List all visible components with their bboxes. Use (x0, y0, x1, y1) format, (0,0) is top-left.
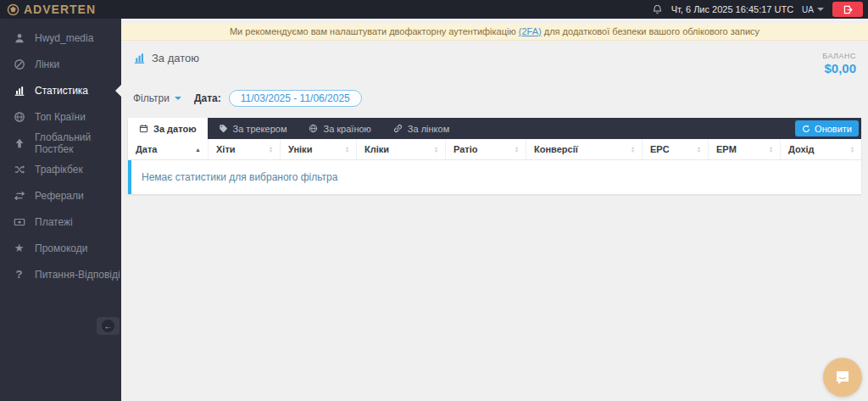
column-header-conversions[interactable]: Конверсії ▲▼ (526, 139, 643, 159)
stats-icon (13, 84, 25, 97)
tabbar: За датою За трекером За країною За лінко… (128, 118, 861, 139)
column-header-income[interactable]: Дохід ▲▼ (781, 139, 861, 159)
tab-label: За датою (153, 124, 197, 134)
filters-label: Фільтри (133, 92, 170, 104)
date-filter-label: Дата: (194, 92, 221, 104)
sidebar-item-referrals[interactable]: Реферали (0, 182, 121, 209)
sort-icon: ▲▼ (434, 146, 438, 153)
filters-toggle[interactable]: Фільтри (133, 92, 181, 104)
links-icon (13, 58, 25, 70)
column-header-date[interactable]: Дата ▲ (128, 139, 209, 159)
money-icon (13, 215, 25, 228)
sidebar-item-label: Питання-Відповіді (35, 269, 120, 281)
logout-icon (843, 4, 854, 15)
sidebar-item-label: Глобальний Постбек (35, 131, 121, 155)
column-header-epc[interactable]: EPC ▲▼ (643, 139, 709, 159)
column-header-uniques[interactable]: Уніки ▲▼ (281, 139, 357, 159)
refresh-icon (802, 125, 810, 133)
arrow-left-icon: ← (102, 320, 114, 332)
balance-label: БАЛАНС (822, 52, 856, 60)
sort-icon: ▲▼ (631, 146, 635, 153)
tab-label: За лінком (408, 124, 449, 134)
sort-icon: ▲▼ (850, 146, 854, 153)
sidebar: Hwyd_media Лінки Статистика Топ Країни (0, 19, 121, 401)
table-header-row: Дата ▲ Хіти ▲▼ Уніки ▲▼ Кліки ▲▼ Ратіо ▲… (128, 139, 861, 160)
sidebar-item-label: Hwyd_media (35, 32, 93, 44)
notifications-bell-icon[interactable] (652, 4, 663, 15)
banner-text-before: Ми рекомендуємо вам налаштувати двофакто… (230, 26, 516, 36)
sort-ascending-icon: ▲ (195, 147, 201, 153)
sidebar-item-trafficback[interactable]: Трафікбек (0, 156, 121, 182)
exchange-icon (13, 189, 25, 202)
user-icon (13, 31, 25, 44)
star-icon: ★ (13, 242, 25, 254)
sidebar-item-faq[interactable]: ? Питання-Відповіді (0, 261, 121, 287)
2fa-banner: Ми рекомендуємо вам налаштувати двофакто… (121, 23, 868, 41)
date-range-picker[interactable]: 11/03/2025 - 11/06/2025 (229, 90, 362, 107)
balance-value[interactable]: $0,00 (822, 61, 856, 75)
brand[interactable]: ADVERTEN (7, 3, 96, 16)
column-header-hits[interactable]: Хіти ▲▼ (209, 139, 281, 159)
sidebar-item-top-countries[interactable]: Топ Країни (0, 103, 121, 130)
sidebar-item-label: Топ Країни (35, 111, 86, 123)
sort-icon: ▲▼ (269, 146, 273, 153)
chevron-down-icon (817, 8, 824, 11)
sort-icon: ▲▼ (515, 146, 519, 153)
tab-by-link[interactable]: За лінком (382, 118, 460, 139)
balance: БАЛАНС $0,00 (822, 52, 856, 75)
tab-by-country[interactable]: За країною (298, 118, 381, 139)
tab-label: За трекером (233, 124, 287, 134)
sort-icon: ▲▼ (769, 146, 773, 153)
chat-bubble-icon (834, 369, 851, 386)
column-header-clicks[interactable]: Кліки ▲▼ (357, 139, 446, 159)
brand-logo-icon (7, 3, 19, 16)
refresh-button[interactable]: Оновити (795, 120, 859, 136)
empty-state-message: Немає статистики для вибраного фільтра (128, 160, 861, 194)
language-code: UA (802, 5, 814, 14)
column-header-epm[interactable]: EPM ▲▼ (709, 139, 781, 159)
sidebar-item-statistics[interactable]: Статистика (0, 77, 121, 103)
tab-label: За країною (323, 124, 370, 134)
tag-icon (219, 124, 228, 133)
datetime-display: Чт, 6 Лис 2025 16:45:17 UTC (671, 4, 793, 14)
tab-by-date[interactable]: За датою (128, 118, 208, 139)
chevron-down-icon (175, 97, 181, 100)
sidebar-item-global-postback[interactable]: Глобальний Постбек (0, 130, 121, 156)
page-title: За датою (133, 52, 199, 64)
chart-icon (133, 52, 146, 64)
sidebar-item-payments[interactable]: Платежі (0, 209, 121, 235)
sidebar-item-label: Статистика (35, 85, 88, 97)
sidebar-item-label: Лінки (35, 58, 59, 70)
2fa-link[interactable]: (2FA) (519, 26, 542, 36)
column-header-ratio[interactable]: Ратіо ▲▼ (446, 139, 526, 159)
shuffle-icon (13, 163, 25, 175)
calendar-icon (139, 124, 148, 133)
topbar: ADVERTEN Чт, 6 Лис 2025 16:45:17 UTC UA (0, 0, 868, 19)
globe-icon (13, 110, 25, 123)
tab-by-tracker[interactable]: За трекером (208, 118, 298, 139)
active-item-notch (115, 85, 121, 97)
refresh-label: Оновити (815, 124, 852, 134)
arrow-up-icon (13, 136, 25, 149)
statistics-card: За датою За трекером За країною За лінко… (128, 118, 861, 194)
main-content: Ми рекомендуємо вам налаштувати двофакто… (121, 19, 868, 401)
sidebar-item-label: Реферали (35, 190, 84, 202)
link-icon (393, 124, 403, 133)
sidebar-item-promocodes[interactable]: ★ Промокоди (0, 235, 121, 261)
sidebar-item-label: Промокоди (35, 242, 87, 254)
sidebar-collapse-button[interactable]: ← (97, 317, 120, 335)
sidebar-item-label: Платежі (35, 216, 73, 228)
chat-widget-button[interactable] (823, 358, 862, 397)
language-selector[interactable]: UA (802, 5, 824, 14)
question-icon: ? (13, 268, 25, 281)
page-title-text: За датою (152, 52, 199, 64)
logout-button[interactable] (832, 2, 863, 17)
banner-text-after: для додаткової безпеки вашого облікового… (544, 26, 760, 36)
brand-name: ADVERTEN (24, 3, 96, 16)
sidebar-item-links[interactable]: Лінки (0, 51, 121, 77)
sort-icon: ▲▼ (697, 146, 701, 153)
sort-icon: ▲▼ (345, 146, 349, 153)
sidebar-item-label: Трафікбек (35, 164, 83, 175)
sidebar-item-account[interactable]: Hwyd_media (0, 25, 121, 51)
globe-icon (309, 124, 318, 133)
